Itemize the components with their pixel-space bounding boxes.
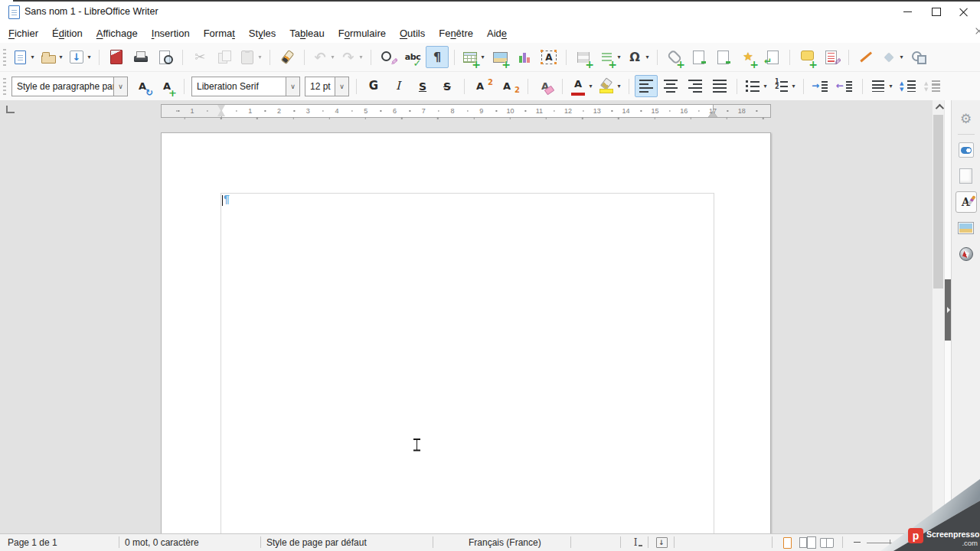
- menu-fenetre[interactable]: Fenêtre: [432, 25, 480, 41]
- view-multiple-pages-button[interactable]: [796, 535, 818, 550]
- clone-formatting-button[interactable]: [276, 46, 299, 68]
- save-button[interactable]: ▾: [67, 46, 93, 68]
- menu-outils[interactable]: Outils: [393, 25, 432, 41]
- highlight-color-button[interactable]: ▾: [596, 75, 623, 97]
- open-button[interactable]: ▾: [38, 46, 65, 68]
- zoom-out-button[interactable]: [851, 536, 862, 548]
- document-workspace[interactable]: 1123456789101112131415161718 ¶: [0, 100, 952, 534]
- word-count-field[interactable]: 0 mot, 0 caractère: [125, 537, 199, 548]
- dropdown-arrow-icon[interactable]: ▾: [86, 54, 93, 60]
- show-draw-functions-button[interactable]: [907, 46, 930, 68]
- maximize-button[interactable]: [923, 2, 949, 21]
- formatting-marks-button[interactable]: ¶: [426, 46, 449, 68]
- find-replace-button[interactable]: [377, 46, 400, 68]
- styles-deck-button[interactable]: A: [956, 191, 977, 213]
- superscript-button[interactable]: A: [470, 75, 495, 97]
- page-deck-button[interactable]: [956, 165, 977, 187]
- menu-fichier[interactable]: Fichier: [2, 25, 45, 41]
- bold-button[interactable]: G: [362, 75, 385, 97]
- cut-button[interactable]: ✂: [188, 46, 211, 68]
- insert-table-button[interactable]: ▾: [460, 46, 487, 68]
- insert-hyperlink-button[interactable]: [663, 46, 686, 68]
- dropdown-arrow-icon[interactable]: ∨: [113, 77, 127, 96]
- insert-page-break-button[interactable]: [572, 46, 595, 68]
- ordered-list-button[interactable]: ▾: [771, 75, 798, 97]
- insert-text-box-button[interactable]: A: [537, 46, 560, 68]
- dropdown-arrow-icon[interactable]: ▾: [329, 54, 336, 60]
- basic-shapes-button[interactable]: ◆▾: [879, 46, 906, 68]
- align-left-button[interactable]: [635, 75, 658, 97]
- insert-footnote-button[interactable]: 1: [688, 46, 710, 68]
- dropdown-arrow-icon[interactable]: ▾: [57, 54, 64, 60]
- unordered-list-button[interactable]: ▾: [743, 75, 769, 97]
- gallery-deck-button[interactable]: [956, 217, 977, 239]
- menu-styles[interactable]: Styles: [242, 25, 283, 41]
- insert-field-button[interactable]: ▾: [596, 46, 623, 68]
- minimize-button[interactable]: [894, 2, 920, 21]
- new-document-button[interactable]: ▾: [10, 46, 37, 68]
- menu-tableau[interactable]: Tableau: [283, 25, 332, 41]
- print-preview-button[interactable]: [154, 46, 177, 68]
- dropdown-arrow-icon[interactable]: ▾: [762, 83, 769, 90]
- menu-insertion[interactable]: Insertion: [145, 25, 197, 41]
- font-name-combobox[interactable]: Liberation Serif∨: [191, 77, 300, 96]
- insert-endnote-button[interactable]: i: [712, 46, 735, 68]
- spelling-button[interactable]: abc: [401, 46, 424, 68]
- insert-special-character-button[interactable]: Ω▾: [625, 46, 652, 68]
- undo-button[interactable]: ↶▾: [310, 46, 337, 68]
- scrollbar-thumb[interactable]: [933, 115, 943, 289]
- insert-bookmark-button[interactable]: ★: [737, 46, 760, 68]
- tab-stop-selector-icon[interactable]: [6, 106, 15, 113]
- page-count-field[interactable]: Page 1 de 1: [8, 537, 57, 548]
- subscript-button[interactable]: A: [497, 75, 522, 97]
- paragraph-spacing-decrease-button[interactable]: [921, 75, 944, 97]
- font-color-button[interactable]: A▾: [568, 75, 595, 97]
- decrease-indent-button[interactable]: [834, 75, 857, 97]
- increase-indent-button[interactable]: [809, 75, 832, 97]
- sidebar-settings-button[interactable]: ⚙: [956, 108, 977, 129]
- vertical-scrollbar[interactable]: [932, 100, 944, 534]
- menu-formulaire[interactable]: Formulaire: [332, 25, 393, 41]
- view-book-button[interactable]: [818, 535, 836, 550]
- dropdown-arrow-icon[interactable]: ▾: [887, 83, 894, 90]
- insert-cross-reference-button[interactable]: [761, 46, 784, 68]
- strikethrough-button[interactable]: S: [436, 75, 459, 97]
- properties-deck-button[interactable]: [956, 139, 977, 161]
- dropdown-arrow-icon[interactable]: ∨: [286, 77, 299, 96]
- redo-button[interactable]: ↷▾: [338, 46, 365, 68]
- export-pdf-button[interactable]: [105, 46, 128, 68]
- dropdown-arrow-icon[interactable]: ▾: [256, 54, 263, 60]
- dropdown-arrow-icon[interactable]: ▾: [616, 83, 622, 90]
- font-size-combobox[interactable]: 12 pt∨: [305, 77, 349, 96]
- dropdown-arrow-icon[interactable]: ▾: [644, 54, 651, 60]
- insert-line-button[interactable]: [854, 46, 877, 68]
- align-justify-button[interactable]: [708, 75, 731, 97]
- new-style-button[interactable]: A: [155, 75, 178, 97]
- toolbar-grip[interactable]: [3, 49, 6, 66]
- clear-formatting-button[interactable]: A: [534, 75, 557, 97]
- align-right-button[interactable]: [684, 75, 707, 97]
- paragraph-spacing-increase-button[interactable]: [897, 75, 920, 97]
- dropdown-arrow-icon[interactable]: ▾: [790, 83, 797, 90]
- paste-button[interactable]: ▾: [237, 46, 264, 68]
- menu-affichage[interactable]: Affichage: [90, 25, 145, 41]
- line-spacing-button[interactable]: ▾: [868, 75, 895, 97]
- insert-image-button[interactable]: [488, 46, 511, 68]
- close-button[interactable]: [951, 2, 977, 21]
- toolbar-grip[interactable]: [3, 78, 6, 95]
- page-style-field[interactable]: Style de page par défaut: [266, 537, 367, 548]
- underline-button[interactable]: S: [411, 75, 434, 97]
- italic-button[interactable]: I: [387, 75, 410, 97]
- navigator-deck-button[interactable]: [956, 243, 977, 265]
- align-center-button[interactable]: [659, 75, 682, 97]
- menu-aide[interactable]: Aide: [480, 25, 514, 41]
- horizontal-ruler[interactable]: 1123456789101112131415161718: [161, 104, 771, 118]
- print-button[interactable]: [129, 46, 152, 68]
- dropdown-arrow-icon[interactable]: ▾: [358, 54, 364, 60]
- menu-edition[interactable]: Édition: [45, 25, 90, 41]
- save-status-indicator[interactable]: [652, 535, 671, 550]
- menu-format[interactable]: Format: [197, 25, 242, 41]
- copy-button[interactable]: [213, 46, 236, 68]
- insert-mode-indicator[interactable]: I: [626, 535, 645, 550]
- view-single-page-button[interactable]: [778, 535, 796, 550]
